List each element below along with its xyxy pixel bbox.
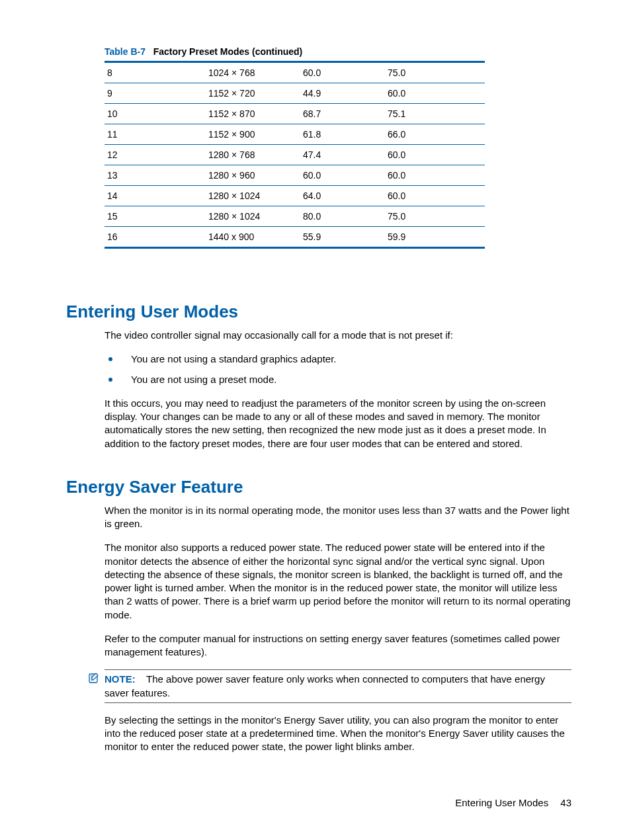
- page-number: 43: [560, 797, 571, 808]
- table-cell: 14: [105, 186, 206, 206]
- paragraph: By selecting the settings in the monitor…: [105, 714, 571, 754]
- table-cell: 1440 x 900: [206, 227, 300, 248]
- table-cell: 12: [105, 145, 206, 165]
- note-text: The above power saver feature only works…: [105, 673, 545, 698]
- bullet-list: You are not using a standard graphics ad…: [105, 353, 571, 386]
- list-item: You are not using a preset mode.: [105, 373, 571, 386]
- document-page: Table B-7 Factory Preset Modes (continue…: [0, 0, 631, 840]
- table-row: 141280 × 102464.060.0: [105, 186, 485, 206]
- table-cell: 13: [105, 165, 206, 186]
- table-cell: 10: [105, 104, 206, 124]
- table-row: 151280 × 102480.075.0: [105, 206, 485, 227]
- table-cell: 15: [105, 206, 206, 227]
- table-cell: 68.7: [300, 104, 385, 124]
- table-row: 81024 × 76860.075.0: [105, 62, 485, 83]
- footer-section-title: Entering User Modes: [455, 797, 548, 808]
- table-cell: 60.0: [385, 83, 485, 104]
- table-cell: 55.9: [300, 227, 385, 248]
- table-cell: 59.9: [385, 227, 485, 248]
- paragraph: The monitor also supports a reduced powe…: [105, 541, 571, 622]
- table-cell: 1280 × 960: [206, 165, 300, 186]
- table-row: 101152 × 87068.775.1: [105, 104, 485, 124]
- table-label: Table B-7: [105, 46, 146, 57]
- table-cell: 60.0: [300, 62, 385, 83]
- table-row: 111152 × 90061.866.0: [105, 124, 485, 145]
- table-cell: 75.1: [385, 104, 485, 124]
- table-cell: 8: [105, 62, 206, 83]
- heading-entering-user-modes: Entering User Modes: [66, 302, 571, 322]
- table-row: 121280 × 76847.460.0: [105, 145, 485, 165]
- table-cell: 64.0: [300, 186, 385, 206]
- table-cell: 1280 × 768: [206, 145, 300, 165]
- table-cell: 80.0: [300, 206, 385, 227]
- list-item: You are not using a standard graphics ad…: [105, 353, 571, 366]
- table-cell: 60.0: [385, 186, 485, 206]
- note-block: NOTE: The above power saver feature only…: [105, 669, 571, 703]
- note-icon: [89, 673, 101, 687]
- table-cell: 60.0: [385, 145, 485, 165]
- table-cell: 1152 × 870: [206, 104, 300, 124]
- table-cell: 61.8: [300, 124, 385, 145]
- table-caption: Table B-7 Factory Preset Modes (continue…: [66, 46, 571, 57]
- note-label: NOTE:: [105, 673, 136, 685]
- paragraph: It this occurs, you may need to readjust…: [105, 397, 571, 450]
- table-cell: 1152 × 720: [206, 83, 300, 104]
- table-row: 91152 × 72044.960.0: [105, 83, 485, 104]
- table-cell: 60.0: [300, 165, 385, 186]
- table-cell: 75.0: [385, 62, 485, 83]
- body-text: By selecting the settings in the monitor…: [105, 714, 571, 754]
- table-cell: 60.0: [385, 165, 485, 186]
- table-cell: 9: [105, 83, 206, 104]
- table-cell: 16: [105, 227, 206, 248]
- table-cell: 75.0: [385, 206, 485, 227]
- table-cell: 1280 × 1024: [206, 186, 300, 206]
- table-cell: 11: [105, 124, 206, 145]
- paragraph: The video controller signal may occasion…: [105, 329, 571, 342]
- table-cell: 1152 × 900: [206, 124, 300, 145]
- preset-modes-table: 81024 × 76860.075.091152 × 72044.960.010…: [105, 61, 485, 249]
- paragraph: Refer to the computer manual for instruc…: [105, 632, 571, 659]
- table-cell: 44.9: [300, 83, 385, 104]
- table-cell: 47.4: [300, 145, 385, 165]
- heading-energy-saver-feature: Energy Saver Feature: [66, 477, 571, 497]
- body-text: When the monitor is in its normal operat…: [105, 504, 571, 659]
- table-row: 131280 × 96060.060.0: [105, 165, 485, 186]
- table-cell: 1024 × 768: [206, 62, 300, 83]
- table-cell: 66.0: [385, 124, 485, 145]
- table-cell: 1280 × 1024: [206, 206, 300, 227]
- body-text: The video controller signal may occasion…: [105, 329, 571, 450]
- paragraph: When the monitor is in its normal operat…: [105, 504, 571, 531]
- table-row: 161440 x 90055.959.9: [105, 227, 485, 248]
- table-description: Factory Preset Modes (continued): [153, 46, 303, 57]
- page-footer: Entering User Modes 43: [455, 797, 571, 808]
